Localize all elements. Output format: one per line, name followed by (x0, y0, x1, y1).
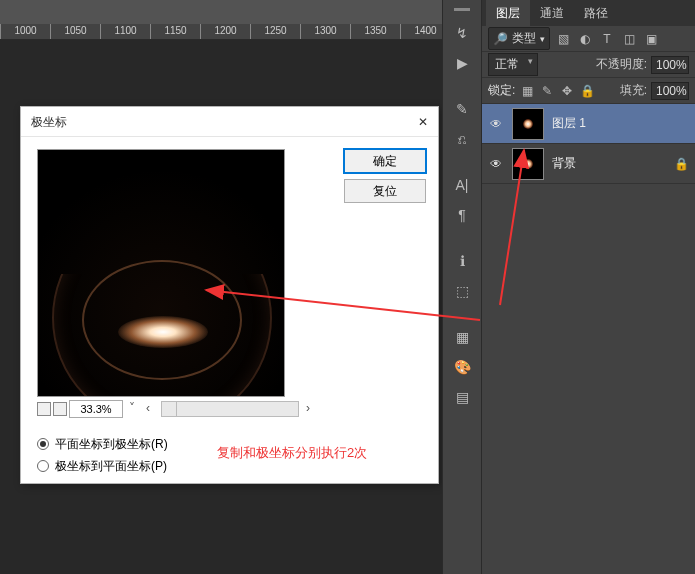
filter-pixel-icon[interactable]: ▧ (554, 30, 572, 48)
lock-position-icon[interactable]: ✥ (559, 82, 575, 100)
panel-tabs: 图层 通道 路径 (482, 0, 695, 26)
search-icon: 🔎 (493, 32, 508, 46)
chevron-right-icon[interactable]: › (301, 401, 315, 417)
blend-mode-select[interactable]: 正常 (488, 53, 538, 76)
preview-scrollbar[interactable] (161, 401, 299, 417)
layer-row[interactable]: 👁 图层 1 (482, 104, 695, 144)
lock-label: 锁定: (488, 82, 515, 99)
paragraph-panel-icon[interactable]: ¶ (452, 205, 472, 225)
color-panel-icon[interactable]: 🎨 (452, 357, 472, 377)
chevron-left-icon[interactable]: ‹ (141, 401, 155, 417)
zoom-in-icon[interactable] (53, 402, 67, 416)
visibility-eye-icon[interactable]: 👁 (488, 116, 504, 132)
layer-thumbnail[interactable] (512, 108, 544, 140)
annotation-text: 复制和极坐标分别执行2次 (217, 444, 367, 462)
tab-paths[interactable]: 路径 (574, 0, 618, 26)
dialog-body: 33.3% ˅ ‹ › 平面坐标到极坐标(R) 极坐标到平面坐标(P) 确定 复… (21, 137, 438, 483)
ruler-tick: 1150 (150, 24, 200, 39)
zoom-value[interactable]: 33.3% (69, 400, 123, 418)
filter-adjust-icon[interactable]: ◐ (576, 30, 594, 48)
ruler-tick: 1400 (400, 24, 442, 39)
lock-transparency-icon[interactable]: ▦ (519, 82, 535, 100)
character-panel-icon[interactable]: A| (452, 175, 472, 195)
layer-thumbnail[interactable] (512, 148, 544, 180)
layer-filter-row: 🔎 类型 ▾ ▧ ◐ T ◫ ▣ (482, 26, 695, 52)
lock-row: 锁定: ▦ ✎ ✥ 🔒 填充: 100% (482, 78, 695, 104)
tab-channels[interactable]: 通道 (530, 0, 574, 26)
styles-panel-icon[interactable]: ▤ (452, 387, 472, 407)
option-polar-to-rect[interactable]: 极坐标到平面坐标(P) (37, 455, 168, 477)
polar-coordinates-dialog: 极坐标 ✕ 33.3% ˅ ‹ › 平面坐标到极坐标(R) 极坐标到平面坐 (20, 106, 439, 484)
opacity-label: 不透明度: (596, 56, 647, 73)
dialog-title-text: 极坐标 (31, 107, 67, 136)
visibility-eye-icon[interactable]: 👁 (488, 156, 504, 172)
ruler-tick: 1100 (100, 24, 150, 39)
ruler: 1000 1050 1100 1150 1200 1250 1300 1350 … (0, 24, 442, 40)
fill-value[interactable]: 100% (651, 82, 689, 100)
layer-name[interactable]: 背景 (552, 155, 576, 172)
coordinate-option-group: 平面坐标到极坐标(R) 极坐标到平面坐标(P) (37, 433, 168, 477)
ruler-tick: 1300 (300, 24, 350, 39)
preview-controls: 33.3% ˅ ‹ › (37, 399, 315, 419)
dock-handle-icon[interactable] (454, 8, 470, 11)
chevron-down-icon[interactable]: ˅ (125, 401, 139, 417)
history-panel-icon[interactable]: ↯ (452, 23, 472, 43)
layer-name[interactable]: 图层 1 (552, 115, 586, 132)
layer-kind-select[interactable]: 🔎 类型 ▾ (488, 27, 550, 50)
reset-button[interactable]: 复位 (344, 179, 426, 203)
brush-panel-icon[interactable]: ✎ (452, 99, 472, 119)
lock-icon: 🔒 (674, 157, 689, 171)
clone-panel-icon[interactable]: ⎌ (452, 129, 472, 149)
kind-label: 类型 (512, 30, 536, 47)
lock-all-icon[interactable]: 🔒 (579, 82, 595, 100)
filter-smart-icon[interactable]: ▣ (642, 30, 660, 48)
option-label: 平面坐标到极坐标(R) (55, 436, 168, 453)
layers-panel: 图层 通道 路径 🔎 类型 ▾ ▧ ◐ T ◫ ▣ 正常 不透明度: 100% … (482, 0, 695, 574)
lock-pixels-icon[interactable]: ✎ (539, 82, 555, 100)
option-label: 极坐标到平面坐标(P) (55, 458, 167, 475)
filter-preview[interactable] (37, 149, 285, 397)
tab-layers[interactable]: 图层 (486, 0, 530, 26)
radio-icon (37, 438, 49, 450)
option-rect-to-polar[interactable]: 平面坐标到极坐标(R) (37, 433, 168, 455)
collapsed-panel-dock: ↯ ▶ ✎ ⎌ A| ¶ ℹ ⬚ ▦ 🎨 ▤ (442, 0, 482, 574)
filter-shape-icon[interactable]: ◫ (620, 30, 638, 48)
ruler-tick: 1050 (50, 24, 100, 39)
close-icon[interactable]: ✕ (418, 107, 428, 136)
filter-type-icon[interactable]: T (598, 30, 616, 48)
ruler-tick: 1250 (250, 24, 300, 39)
blend-row: 正常 不透明度: 100% (482, 52, 695, 78)
navigator-panel-icon[interactable]: ⬚ (452, 281, 472, 301)
ruler-tick: 1350 (350, 24, 400, 39)
radio-icon (37, 460, 49, 472)
info-panel-icon[interactable]: ℹ (452, 251, 472, 271)
swatches-panel-icon[interactable]: ▦ (452, 327, 472, 347)
layer-row[interactable]: 👁 背景 🔒 (482, 144, 695, 184)
opacity-value[interactable]: 100% (651, 56, 689, 74)
zoom-out-icon[interactable] (37, 402, 51, 416)
layers-list: 👁 图层 1 👁 背景 🔒 (482, 104, 695, 184)
chevron-down-icon: ▾ (540, 34, 545, 44)
ruler-tick: 1000 (0, 24, 50, 39)
ok-button[interactable]: 确定 (344, 149, 426, 173)
play-panel-icon[interactable]: ▶ (452, 53, 472, 73)
dialog-titlebar[interactable]: 极坐标 ✕ (21, 107, 438, 137)
fill-label: 填充: (620, 82, 647, 99)
ruler-tick: 1200 (200, 24, 250, 39)
